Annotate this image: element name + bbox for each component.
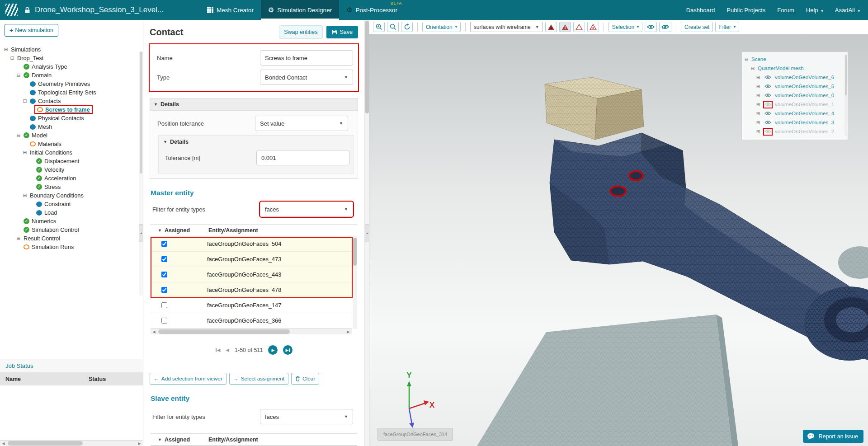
- simscale-logo[interactable]: [5, 4, 18, 16]
- clip-plane-button-2[interactable]: [559, 22, 571, 32]
- entity-checkbox[interactable]: [161, 302, 167, 308]
- entity-row[interactable]: faceGroupOnGeoFaces_366: [151, 313, 352, 329]
- scrollbar-thumb[interactable]: [845, 55, 847, 95]
- tree-item-contacts[interactable]: ⊟Contacts: [0, 97, 143, 105]
- show-entities-button[interactable]: [645, 22, 657, 32]
- expand-toggle-icon[interactable]: ⊞: [755, 102, 761, 107]
- collapse-toggle-icon[interactable]: ⊟: [9, 55, 15, 61]
- clip-plane-button-4[interactable]: [587, 22, 599, 32]
- panel-collapse-handle[interactable]: ◂: [365, 224, 369, 242]
- clear-button[interactable]: Clear: [291, 373, 319, 385]
- caret-down-icon[interactable]: ▼: [158, 228, 162, 233]
- expand-toggle-icon[interactable]: ⊞: [755, 111, 761, 116]
- report-issue-button[interactable]: Report an issue: [803, 430, 863, 443]
- tree-item-boundary-conditions[interactable]: ⊟Boundary Conditions: [0, 191, 143, 200]
- entity-checkbox[interactable]: [161, 272, 167, 277]
- motor-mount-mesh[interactable]: [838, 246, 868, 279]
- visibility-toggle-icon[interactable]: [763, 110, 773, 117]
- collapse-toggle-icon[interactable]: ⊟: [22, 98, 28, 104]
- sidebar-scrollbar[interactable]: [139, 52, 143, 296]
- scrollbar-thumb[interactable]: [353, 238, 357, 266]
- help-menu[interactable]: Help ▾: [806, 7, 823, 14]
- tree-item-materials[interactable]: Materials: [0, 140, 143, 148]
- base-plate-mesh[interactable]: [477, 315, 738, 446]
- clip-plane-button-3[interactable]: [573, 22, 585, 32]
- entity-row[interactable]: faceGroupOnGeoFaces_504: [151, 236, 352, 252]
- scene-tree-scrollbar[interactable]: [844, 55, 847, 136]
- tree-item-domain[interactable]: ⊟✓Domain: [0, 71, 143, 80]
- orientation-dropdown[interactable]: Orientation▾: [422, 22, 461, 32]
- scrollbar-thumb[interactable]: [365, 21, 369, 113]
- tab-mesh-creator[interactable]: Mesh Creator: [200, 0, 261, 20]
- reset-view-button[interactable]: [401, 22, 413, 32]
- tree-item-mesh[interactable]: Mesh: [0, 122, 143, 131]
- collapse-toggle-icon[interactable]: ⊟: [22, 192, 28, 198]
- entity-row[interactable]: faceGroupOnGeoFaces_443: [151, 267, 352, 282]
- table-hscrollbar[interactable]: ◀ ▶: [151, 329, 352, 334]
- visibility-toggle-icon[interactable]: [763, 83, 773, 90]
- tree-item-load[interactable]: Load: [0, 208, 143, 217]
- master-filter-select[interactable]: faces▼: [260, 202, 353, 217]
- hide-entities-button[interactable]: [659, 22, 671, 32]
- scene-volume-volumeongeovolumes-3[interactable]: ⊞volumeOnGeoVolumes_3: [744, 118, 846, 127]
- expand-toggle-icon[interactable]: ⊞: [755, 75, 761, 80]
- tree-item-physical-contacts[interactable]: Physical Contacts: [0, 114, 143, 122]
- tree-item-stress[interactable]: ✓Stress: [0, 183, 143, 191]
- zoom-fit-button[interactable]: [387, 22, 399, 32]
- tree-item-geometry-primitives[interactable]: Geometry Primitives: [0, 80, 143, 88]
- tree-item-result-control[interactable]: ⊞Result Control: [0, 234, 143, 243]
- entity-checkbox[interactable]: [161, 241, 167, 247]
- tree-item-drop-test[interactable]: ⊟Drop_Test: [0, 54, 143, 62]
- visibility-toggle-icon[interactable]: [763, 119, 773, 127]
- sidebar-collapse-handle[interactable]: ◂: [139, 224, 143, 242]
- entity-checkbox[interactable]: [161, 287, 167, 293]
- tree-item-initial-conditions[interactable]: ⊟Initial Conditions: [0, 148, 143, 157]
- swap-entities-button[interactable]: Swap entities: [279, 25, 322, 39]
- entity-checkbox[interactable]: [161, 256, 167, 262]
- tree-item-topological-entity-sets[interactable]: Topological Entity Sets: [0, 88, 143, 97]
- caret-down-icon[interactable]: ▼: [158, 437, 162, 442]
- scene-volume-volumeongeovolumes-0[interactable]: ⊞volumeOnGeoVolumes_0: [744, 91, 846, 100]
- link-dashboard[interactable]: Dashboard: [686, 7, 715, 14]
- collapse-toggle-icon[interactable]: ⊟: [744, 57, 749, 62]
- scene-volume-volumeongeovolumes-2[interactable]: ⊞volumeOnGeoVolumes_2: [744, 127, 846, 136]
- viewport-canvas[interactable]: Y X Z ⊟ Scene ⊟ QuarterModel mesh ⊞: [369, 34, 868, 446]
- save-button[interactable]: Save: [326, 26, 359, 38]
- entity-row[interactable]: faceGroupOnGeoFaces_473: [151, 252, 352, 267]
- tree-item-constraint[interactable]: Constraint: [0, 200, 143, 208]
- expand-toggle-icon[interactable]: ⊞: [15, 235, 22, 241]
- scroll-right-arrow[interactable]: ▶: [136, 441, 143, 446]
- visibility-toggle-icon[interactable]: [763, 101, 773, 108]
- entity-checkbox[interactable]: [161, 318, 167, 324]
- tree-item-acceleration[interactable]: ✓Acceleration: [0, 174, 143, 183]
- clip-plane-button-1[interactable]: [545, 22, 557, 32]
- scrollbar-thumb[interactable]: [140, 52, 142, 174]
- expand-toggle-icon[interactable]: ⊞: [755, 93, 761, 98]
- create-set-button[interactable]: Create set: [681, 22, 713, 32]
- expand-toggle-icon[interactable]: ⊞: [755, 120, 761, 125]
- inner-details-toggle[interactable]: ▼Details: [161, 136, 351, 146]
- collapse-toggle-icon[interactable]: ⊟: [3, 47, 9, 52]
- entity-row[interactable]: faceGroupOnGeoFaces_147: [151, 298, 352, 313]
- link-forum[interactable]: Forum: [777, 7, 794, 14]
- view-mode-select[interactable]: surfaces with wireframe▼: [470, 22, 543, 32]
- scrollbar-thumb[interactable]: [158, 329, 290, 334]
- tree-item-model[interactable]: ⊟✓Model: [0, 131, 143, 140]
- first-page-button[interactable]: ◀: [215, 347, 221, 352]
- select-assignment-button[interactable]: →Select assignment: [229, 373, 288, 385]
- contact-name-input[interactable]: [260, 50, 353, 66]
- slave-filter-select[interactable]: faces▼: [260, 409, 353, 424]
- tree-item-simulation-runs[interactable]: Simulation Runs: [0, 243, 143, 251]
- scene-mesh-node[interactable]: ⊟ QuarterModel mesh: [744, 64, 846, 73]
- next-page-button[interactable]: ▶: [268, 345, 278, 355]
- selection-dropdown[interactable]: Selection▾: [609, 22, 642, 32]
- scrollbar-thumb[interactable]: [8, 441, 83, 446]
- visibility-toggle-icon[interactable]: [763, 128, 773, 136]
- tolerance-input[interactable]: [256, 150, 349, 165]
- tab-post-processor[interactable]: BETA ⚙ Post-Processor: [339, 0, 405, 20]
- new-simulation-button[interactable]: + New simulation: [5, 24, 58, 37]
- table-scrollbar[interactable]: [353, 237, 357, 329]
- expand-toggle-icon[interactable]: ⊞: [755, 84, 761, 89]
- contact-type-select[interactable]: Bonded Contact▼: [260, 70, 353, 85]
- tree-item-displacement[interactable]: ✓Displacement: [0, 157, 143, 165]
